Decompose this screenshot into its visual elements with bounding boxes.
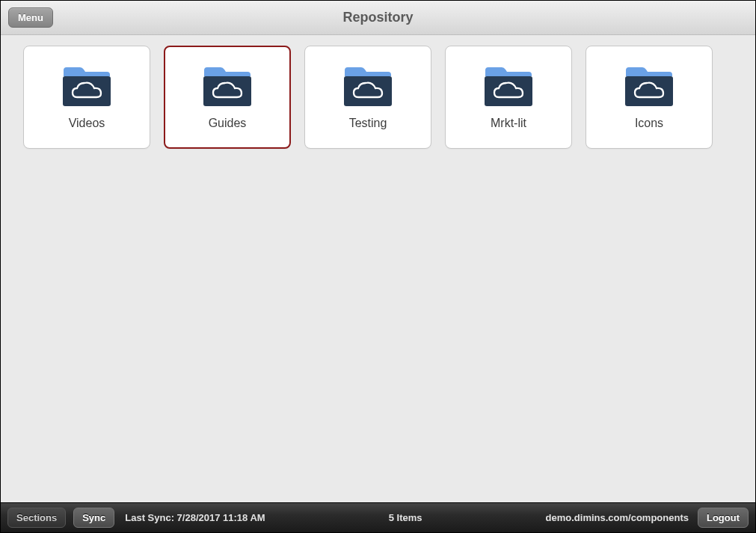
folder-label: Guides bbox=[209, 117, 247, 130]
folder-label: Videos bbox=[69, 117, 105, 130]
footer-bar: Sections Sync Last Sync: 7/28/2017 11:18… bbox=[1, 502, 755, 532]
logout-button[interactable]: Logout bbox=[698, 508, 749, 528]
folder-tile-testing[interactable]: Testing bbox=[304, 46, 431, 149]
folder-label: Testing bbox=[349, 117, 387, 130]
header-bar: Menu Repository bbox=[1, 1, 755, 35]
svg-rect-0 bbox=[63, 76, 111, 106]
cloud-folder-icon bbox=[62, 67, 111, 106]
cloud-folder-icon bbox=[343, 67, 393, 106]
menu-button[interactable]: Menu bbox=[8, 7, 53, 28]
cloud-folder-icon bbox=[484, 67, 533, 106]
sections-button[interactable]: Sections bbox=[7, 508, 66, 528]
folder-tile-videos[interactable]: Videos bbox=[23, 46, 150, 149]
folder-grid: Videos Guides Testing Mrkt-lit Icons bbox=[1, 35, 755, 502]
folder-tile-mrkt-lit[interactable]: Mrkt-lit bbox=[445, 46, 572, 149]
folder-tile-icons[interactable]: Icons bbox=[586, 46, 713, 149]
last-sync-text: Last Sync: 7/28/2017 11:18 AM bbox=[125, 512, 265, 523]
folder-label: Mrkt-lit bbox=[491, 117, 526, 130]
folder-label: Icons bbox=[635, 117, 663, 130]
cloud-folder-icon bbox=[624, 67, 674, 106]
cloud-folder-icon bbox=[203, 67, 252, 106]
server-url: demo.dimins.com/components bbox=[546, 512, 689, 523]
sync-button[interactable]: Sync bbox=[73, 508, 114, 528]
svg-rect-2 bbox=[344, 76, 392, 106]
folder-tile-guides[interactable]: Guides bbox=[164, 46, 291, 149]
svg-rect-4 bbox=[625, 76, 673, 106]
svg-rect-1 bbox=[203, 76, 251, 106]
item-count: 5 Items bbox=[389, 512, 422, 523]
page-title: Repository bbox=[1, 10, 755, 25]
svg-rect-3 bbox=[485, 76, 532, 106]
